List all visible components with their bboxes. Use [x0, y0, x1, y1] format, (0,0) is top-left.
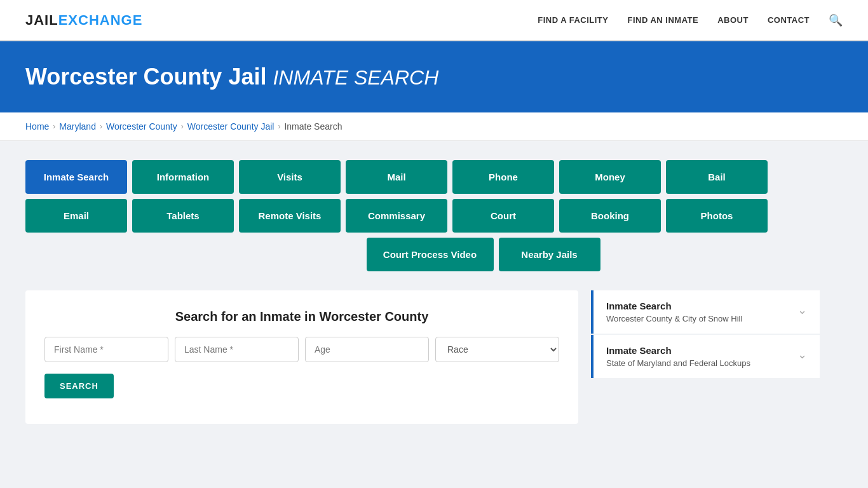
chevron-down-icon-1: ⌄ — [797, 303, 807, 317]
btn-photos[interactable]: Photos — [666, 199, 768, 233]
header: JAILEXCHANGE FIND A FACILITY FIND AN INM… — [0, 0, 868, 41]
sidebar: Inmate Search Worcester County & City of… — [591, 290, 820, 379]
sidebar-item-subtitle-2: State of Maryland and Federal Lockups — [606, 358, 750, 368]
sidebar-item-subtitle-1: Worcester County & City of Snow Hill — [606, 314, 742, 323]
logo-jail: JAIL — [25, 12, 58, 28]
page-title: Worcester County Jail INMATE SEARCH — [25, 64, 843, 90]
btn-mail[interactable]: Mail — [346, 160, 447, 194]
breadcrumb-sep-3: › — [181, 122, 184, 131]
breadcrumb-home[interactable]: Home — [25, 121, 49, 132]
nav-row-2: Email Tablets Remote Visits Commissary C… — [25, 199, 843, 233]
site-logo[interactable]: JAILEXCHANGE — [25, 12, 142, 29]
main-content: Inmate Search Information Visits Mail Ph… — [0, 141, 868, 443]
nav-find-facility[interactable]: FIND A FACILITY — [538, 15, 608, 25]
btn-booking[interactable]: Booking — [559, 199, 661, 233]
search-form-title: Search for an Inmate in Worcester County — [44, 309, 559, 324]
nav-buttons-section: Inmate Search Information Visits Mail Ph… — [25, 160, 843, 271]
nav-about[interactable]: ABOUT — [717, 15, 749, 25]
sidebar-item-worcester[interactable]: Inmate Search Worcester County & City of… — [591, 290, 820, 334]
btn-money[interactable]: Money — [559, 160, 661, 194]
breadcrumb-worcester-county[interactable]: Worcester County — [106, 121, 177, 132]
btn-inmate-search[interactable]: Inmate Search — [25, 160, 127, 194]
btn-remote-visits[interactable]: Remote Visits — [239, 199, 341, 233]
first-name-input[interactable] — [44, 337, 168, 362]
breadcrumb-bar: Home › Maryland › Worcester County › Wor… — [0, 112, 868, 141]
breadcrumb: Home › Maryland › Worcester County › Wor… — [25, 121, 843, 132]
btn-tablets[interactable]: Tablets — [132, 199, 234, 233]
search-button[interactable]: SEARCH — [44, 374, 114, 398]
btn-court-process-video[interactable]: Court Process Video — [367, 238, 494, 271]
breadcrumb-current: Inmate Search — [284, 121, 342, 132]
breadcrumb-sep-1: › — [53, 122, 55, 131]
bottom-section: Search for an Inmate in Worcester County… — [25, 290, 843, 424]
age-input[interactable] — [305, 337, 429, 362]
last-name-input[interactable] — [175, 337, 299, 362]
btn-email[interactable]: Email — [25, 199, 127, 233]
nav-find-inmate[interactable]: FIND AN INMATE — [627, 15, 698, 25]
race-select[interactable]: Race White Black Hispanic Asian Native A… — [435, 337, 559, 362]
main-nav: FIND A FACILITY FIND AN INMATE ABOUT CON… — [538, 13, 843, 27]
sidebar-item-title-1: Inmate Search — [606, 301, 742, 311]
btn-bail[interactable]: Bail — [666, 160, 768, 194]
search-form-fields: Race White Black Hispanic Asian Native A… — [44, 337, 559, 362]
nav-contact[interactable]: CONTACT — [768, 15, 810, 25]
btn-information[interactable]: Information — [132, 160, 234, 194]
search-icon[interactable]: 🔍 — [829, 13, 843, 27]
breadcrumb-worcester-jail[interactable]: Worcester County Jail — [187, 121, 275, 132]
btn-nearby-jails[interactable]: Nearby Jails — [499, 238, 600, 271]
btn-commissary[interactable]: Commissary — [346, 199, 447, 233]
breadcrumb-sep-2: › — [100, 122, 102, 131]
logo-exchange: EXCHANGE — [58, 12, 143, 28]
btn-visits[interactable]: Visits — [239, 160, 341, 194]
search-form-box: Search for an Inmate in Worcester County… — [25, 290, 578, 424]
nav-row-3: Court Process Video Nearby Jails — [25, 238, 843, 271]
hero-banner: Worcester County Jail INMATE SEARCH — [0, 41, 868, 112]
page-title-italic: INMATE SEARCH — [273, 66, 438, 89]
sidebar-item-title-2: Inmate Search — [606, 345, 750, 356]
breadcrumb-sep-4: › — [278, 122, 280, 131]
breadcrumb-maryland[interactable]: Maryland — [59, 121, 96, 132]
btn-phone[interactable]: Phone — [452, 160, 554, 194]
chevron-down-icon-2: ⌄ — [797, 348, 807, 362]
sidebar-item-maryland[interactable]: Inmate Search State of Maryland and Fede… — [591, 335, 820, 378]
btn-court[interactable]: Court — [452, 199, 554, 233]
nav-row-1: Inmate Search Information Visits Mail Ph… — [25, 160, 843, 194]
